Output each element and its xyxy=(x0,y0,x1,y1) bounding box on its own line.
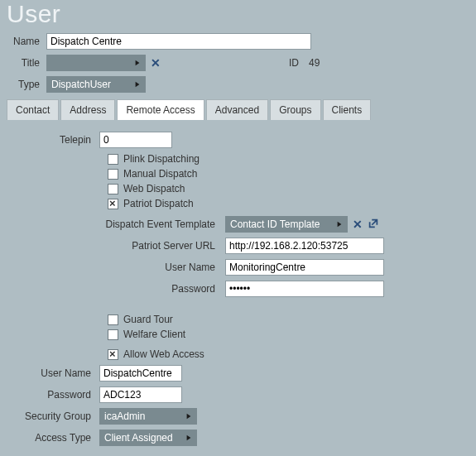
welfare-client-label: Welfare Client xyxy=(123,329,185,340)
dispatch-template-value: Contact ID Template xyxy=(230,218,320,230)
patriot-dispatch-label: Patriot Dispatch xyxy=(123,198,194,209)
server-url-input[interactable] xyxy=(225,238,384,254)
id-label: ID xyxy=(289,57,299,69)
server-username-input[interactable] xyxy=(225,259,384,276)
plink-dispatching-checkbox[interactable] xyxy=(108,154,118,165)
server-url-label: Patriot Server URL xyxy=(7,240,225,252)
title-dropdown[interactable] xyxy=(46,55,146,71)
access-type-dropdown[interactable]: Client Assigned xyxy=(99,430,197,446)
patriot-dispatch-checkbox[interactable] xyxy=(108,199,118,209)
type-dropdown[interactable]: DispatchUser xyxy=(46,76,146,93)
access-type-label: Access Type xyxy=(7,432,99,444)
type-dropdown-value: DispatchUser xyxy=(51,79,111,90)
tab-address[interactable]: Address xyxy=(60,99,115,120)
telepin-input[interactable] xyxy=(99,132,172,148)
tab-clients[interactable]: Clients xyxy=(323,99,372,120)
telepin-label: Telepin xyxy=(7,134,99,146)
allow-web-access-checkbox[interactable] xyxy=(108,349,118,360)
allow-web-access-label: Allow Web Access xyxy=(123,348,204,360)
web-dispatch-checkbox[interactable] xyxy=(108,184,118,194)
chevron-right-icon xyxy=(179,432,192,444)
tab-groups[interactable]: Groups xyxy=(270,99,320,120)
open-external-icon[interactable] xyxy=(368,218,379,232)
chevron-right-icon xyxy=(179,410,192,422)
server-username-label: User Name xyxy=(7,262,225,273)
web-dispatch-label: Web Dispatch xyxy=(123,183,185,194)
guard-tour-label: Guard Tour xyxy=(123,314,173,325)
tab-remote-access[interactable]: Remote Access xyxy=(117,99,204,120)
plink-dispatching-label: Plink Dispatching xyxy=(123,153,200,165)
id-value: 49 xyxy=(309,57,320,69)
tab-bar: Contact Address Remote Access Advanced G… xyxy=(7,99,469,120)
web-username-input[interactable] xyxy=(99,365,182,382)
clear-title-icon[interactable]: ✕ xyxy=(151,56,161,70)
chevron-right-icon xyxy=(127,57,141,69)
type-label: Type xyxy=(7,79,46,90)
server-password-label: Password xyxy=(7,283,225,295)
guard-tour-checkbox[interactable] xyxy=(108,314,118,325)
web-password-input[interactable] xyxy=(99,386,182,403)
manual-dispatch-label: Manual Dispatch xyxy=(123,168,197,180)
chevron-right-icon xyxy=(329,218,343,230)
access-type-value: Client Assigned xyxy=(104,432,173,444)
name-input[interactable] xyxy=(46,33,311,50)
name-label: Name xyxy=(7,36,46,47)
clear-template-icon[interactable]: ✕ xyxy=(353,218,363,231)
security-group-dropdown[interactable]: icaAdmin xyxy=(99,408,197,425)
title-label: Title xyxy=(7,57,46,69)
page-title: User xyxy=(7,0,469,28)
dispatch-template-label: Dispatch Event Template xyxy=(7,218,225,230)
chevron-right-icon xyxy=(127,79,141,90)
tab-contact[interactable]: Contact xyxy=(7,99,59,120)
web-password-label: Password xyxy=(7,389,99,401)
dispatch-template-dropdown[interactable]: Contact ID Template xyxy=(225,216,348,233)
server-password-input[interactable] xyxy=(225,281,384,297)
security-group-value: icaAdmin xyxy=(104,410,145,422)
web-username-label: User Name xyxy=(7,367,99,379)
welfare-client-checkbox[interactable] xyxy=(108,329,118,340)
security-group-label: Security Group xyxy=(7,410,99,422)
tab-advanced[interactable]: Advanced xyxy=(206,99,268,120)
manual-dispatch-checkbox[interactable] xyxy=(108,169,118,180)
